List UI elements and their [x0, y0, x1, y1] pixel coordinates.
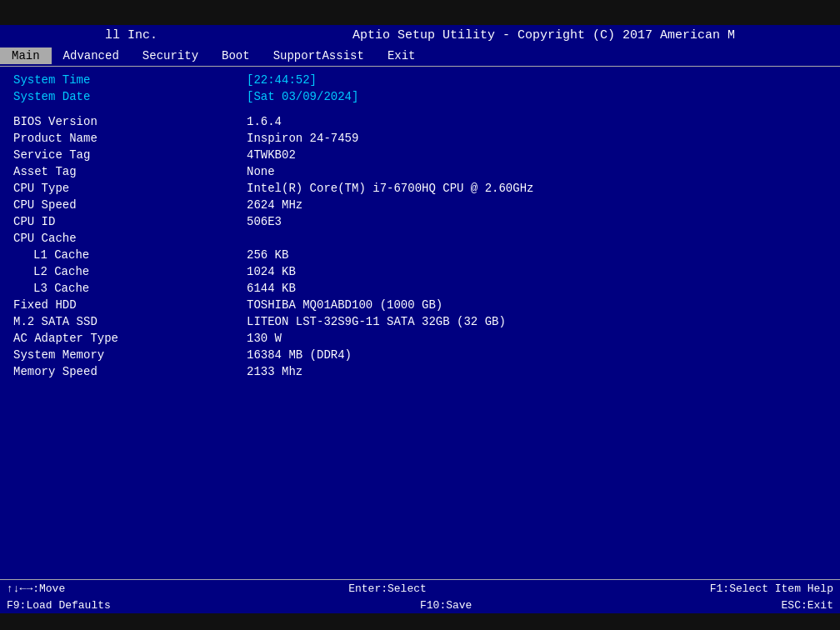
product-name-value: Inspiron 24-7459 [247, 132, 827, 145]
system-time-value[interactable]: [22:44:52] [247, 73, 827, 87]
cpu-cache-label: CPU Cache [13, 232, 247, 245]
service-tag-row: Service Tag 4TWKB02 [13, 148, 827, 165]
system-date-label: System Date [13, 90, 247, 103]
ac-adapter-label: AC Adapter Type [13, 332, 247, 345]
content-area: System Time [22:44:52] System Date [Sat … [0, 67, 840, 579]
service-tag-label: Service Tag [13, 148, 247, 162]
m2-sata-ssd-value: LITEON LST-32S9G-11 SATA 32GB (32 GB) [247, 315, 827, 328]
status-enter: Enter:Select [348, 582, 427, 595]
system-memory-label: System Memory [13, 348, 247, 362]
menu-bar: Main Advanced Security Boot SupportAssis… [0, 46, 840, 67]
system-memory-row: System Memory 16384 MB (DDR4) [13, 348, 827, 365]
cpu-id-label: CPU ID [13, 215, 247, 228]
status-esc: ESC:Exit [782, 599, 833, 612]
l3-cache-value: 6144 KB [247, 282, 827, 295]
cpu-type-value: Intel(R) Core(TM) i7-6700HQ CPU @ 2.60GH… [247, 182, 827, 195]
company-label: ll Inc. [105, 28, 158, 42]
m2-sata-ssd-label: M.2 SATA SSD [13, 315, 247, 328]
cpu-speed-value: 2624 MHz [247, 198, 827, 212]
l3-cache-row: L3 Cache 6144 KB [13, 282, 827, 298]
menu-item-boot[interactable]: Boot [210, 48, 262, 64]
system-memory-value: 16384 MB (DDR4) [247, 348, 827, 362]
status-bar: ↑↓←→:Move Enter:Select F1:Select Item He… [0, 579, 840, 598]
system-date-value[interactable]: [Sat 03/09/2024] [247, 90, 827, 103]
l1-cache-label: L1 Cache [13, 248, 247, 262]
cpu-speed-row: CPU Speed 2624 MHz [13, 198, 827, 215]
l2-cache-row: L2 Cache 1024 KB [13, 265, 827, 282]
asset-tag-row: Asset Tag None [13, 165, 827, 182]
bios-version-row: BIOS Version 1.6.4 [13, 115, 827, 132]
memory-speed-value: 2133 Mhz [247, 365, 827, 378]
ac-adapter-row: AC Adapter Type 130 W [13, 332, 827, 348]
status-f1: F1:Select Item Help [710, 582, 833, 595]
menu-item-supportassist[interactable]: SupportAssist [262, 48, 376, 64]
menu-item-main[interactable]: Main [0, 48, 52, 64]
menu-item-advanced[interactable]: Advanced [52, 48, 131, 64]
status-move: ↑↓←→:Move [7, 582, 65, 595]
cpu-speed-label: CPU Speed [13, 198, 247, 212]
asset-tag-value: None [247, 165, 827, 178]
bios-version-value: 1.6.4 [247, 115, 827, 128]
bios-version-label: BIOS Version [13, 115, 247, 128]
l1-cache-row: L1 Cache 256 KB [13, 248, 827, 265]
status-f10: F10:Save [420, 599, 472, 612]
l1-cache-value: 256 KB [247, 248, 827, 262]
fixed-hdd-label: Fixed HDD [13, 298, 247, 312]
m2-sata-ssd-row: M.2 SATA SSD LITEON LST-32S9G-11 SATA 32… [13, 315, 827, 332]
fixed-hdd-row: Fixed HDD TOSHIBA MQ01ABD100 (1000 GB) [13, 298, 827, 315]
product-name-label: Product Name [13, 132, 247, 145]
cpu-cache-row: CPU Cache [13, 232, 827, 248]
l2-cache-value: 1024 KB [247, 265, 827, 278]
status-f9: F9:Load Defaults [7, 599, 111, 612]
cpu-type-row: CPU Type Intel(R) Core(TM) i7-6700HQ CPU… [13, 182, 827, 198]
ac-adapter-value: 130 W [247, 332, 827, 345]
menu-item-security[interactable]: Security [131, 48, 210, 64]
product-name-row: Product Name Inspiron 24-7459 [13, 132, 827, 148]
system-time-label: System Time [13, 73, 247, 87]
cpu-id-value: 506E3 [247, 215, 827, 228]
cpu-type-label: CPU Type [13, 182, 247, 195]
l3-cache-label: L3 Cache [13, 282, 247, 295]
title-label: Aptio Setup Utility - Copyright (C) 2017… [352, 28, 735, 42]
memory-speed-label: Memory Speed [13, 365, 247, 378]
system-time-row: System Time [22:44:52] [13, 73, 827, 90]
menu-item-exit[interactable]: Exit [376, 48, 428, 64]
fixed-hdd-value: TOSHIBA MQ01ABD100 (1000 GB) [247, 298, 827, 312]
l2-cache-label: L2 Cache [13, 265, 247, 278]
cpu-id-row: CPU ID 506E3 [13, 215, 827, 232]
system-date-row: System Date [Sat 03/09/2024] [13, 90, 827, 107]
asset-tag-label: Asset Tag [13, 165, 247, 178]
service-tag-value: 4TWKB02 [247, 148, 827, 162]
memory-speed-row: Memory Speed 2133 Mhz [13, 365, 827, 382]
status-bar-bottom: F9:Load Defaults F10:Save ESC:Exit [0, 598, 840, 613]
